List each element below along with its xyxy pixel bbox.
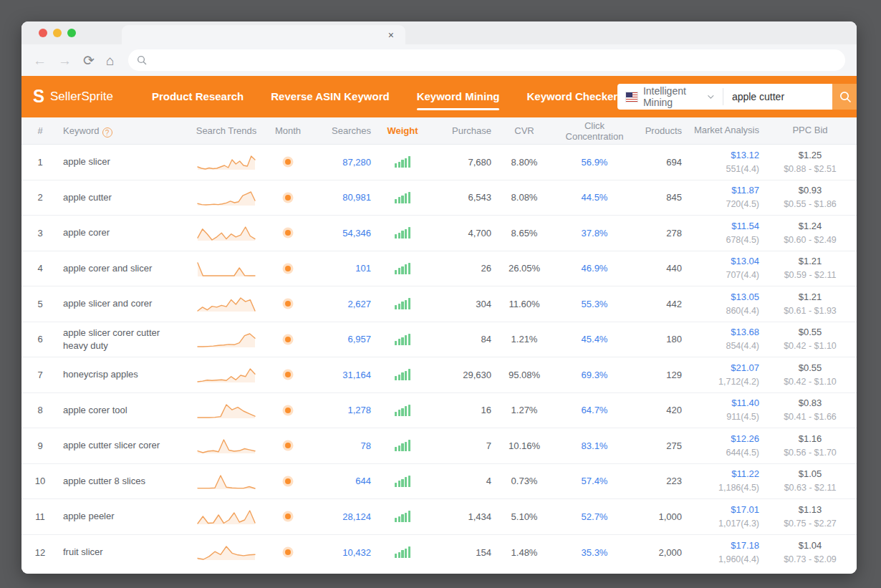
searches-value[interactable]: 10,432 <box>342 547 371 558</box>
table-row[interactable]: 2 apple cutter 80,981 6,543 8.08% 44.5% … <box>21 180 857 216</box>
table-row[interactable]: 1 apple slicer 87,280 7,680 8.80% 56.9% … <box>21 145 857 180</box>
col-market-analysis: Market Analysis <box>686 124 764 138</box>
forward-icon[interactable]: → <box>58 54 72 67</box>
click-concentration-value[interactable]: 44.5% <box>582 192 608 203</box>
keyword-link[interactable]: apple slicer corer cutter heavy duty <box>63 327 160 351</box>
search-trend-sparkline <box>196 401 256 420</box>
click-concentration-value[interactable]: 57.4% <box>582 476 608 486</box>
market-price-value[interactable]: $17.01 <box>690 503 759 517</box>
click-concentration-value[interactable]: 56.9% <box>582 157 608 168</box>
searches-value[interactable]: 644 <box>355 476 371 486</box>
market-price-value[interactable]: $11.87 <box>690 184 759 198</box>
nav-product-research[interactable]: Product Research <box>152 76 244 117</box>
market-reviews-value: 644(4.5) <box>690 446 759 459</box>
searches-value[interactable]: 1,278 <box>347 405 371 415</box>
keyword-link[interactable]: apple peeler <box>63 511 115 521</box>
close-window-button[interactable] <box>39 29 47 37</box>
month-indicator-icon <box>285 443 291 448</box>
searches-value[interactable]: 80,981 <box>342 192 371 203</box>
products-value: 129 <box>666 370 682 380</box>
search-trend-sparkline <box>196 330 256 349</box>
home-icon[interactable]: ⌂ <box>106 54 114 67</box>
table-row[interactable]: 7 honeycrisp apples 31,164 29,630 95.08%… <box>21 357 857 393</box>
mining-mode-dropdown[interactable]: Intelligent Mining <box>617 85 723 108</box>
table-row[interactable]: 4 apple corer and slicer 101 26 26.05% 4… <box>21 251 857 287</box>
nav-reverse-asin-keyword[interactable]: Reverse ASIN Keyword <box>271 76 389 117</box>
searches-value[interactable]: 54,346 <box>342 228 371 238</box>
month-indicator-icon <box>285 195 291 201</box>
table-row[interactable]: 9 apple cutter slicer corer 78 7 10.16% … <box>21 428 857 464</box>
click-concentration-value[interactable]: 69.3% <box>582 370 608 380</box>
ppc-bid-value: $0.83 <box>768 397 852 410</box>
market-price-value[interactable]: $13.05 <box>690 291 759 304</box>
market-price-value[interactable]: $21.07 <box>690 362 759 375</box>
ppc-bid-range: $0.41 - $1.66 <box>768 410 852 423</box>
searches-value[interactable]: 2,627 <box>347 299 371 309</box>
click-concentration-value[interactable]: 35.3% <box>582 547 608 558</box>
market-price-value[interactable]: $11.54 <box>690 220 759 233</box>
purchase-value: 29,630 <box>463 370 491 380</box>
search-submit-button[interactable] <box>832 84 857 110</box>
tab-close-icon[interactable]: × <box>388 30 394 40</box>
minimize-window-button[interactable] <box>53 29 62 37</box>
click-concentration-value[interactable]: 55.3% <box>582 299 608 309</box>
month-indicator-icon <box>285 159 291 165</box>
keyword-link[interactable]: apple cutter <box>63 192 112 203</box>
table-row[interactable]: 5 apple slicer and corer 2,627 304 11.60… <box>21 286 857 322</box>
click-concentration-value[interactable]: 45.4% <box>582 334 608 344</box>
market-price-value[interactable]: $13.12 <box>690 149 759 163</box>
searches-value[interactable]: 101 <box>355 263 371 274</box>
click-concentration-value[interactable]: 37.8% <box>582 228 608 238</box>
keyword-link[interactable]: apple slicer <box>63 156 110 167</box>
keyword-link[interactable]: apple slicer and corer <box>63 298 152 309</box>
table-row[interactable]: 11 apple peeler 28,124 1,434 5.10% 52.7%… <box>21 499 857 535</box>
table-row[interactable]: 10 apple cutter 8 slices 644 4 0.73% 57.… <box>21 464 857 500</box>
keyword-link[interactable]: apple corer and slicer <box>63 263 152 274</box>
ppc-bid-value: $1.16 <box>768 433 852 446</box>
keyword-link[interactable]: apple corer <box>63 227 110 238</box>
searches-value[interactable]: 6,957 <box>347 334 371 344</box>
table-row[interactable]: 6 apple slicer corer cutter heavy duty 6… <box>21 322 857 358</box>
address-input[interactable] <box>153 55 837 66</box>
col-purchase: Purchase <box>430 125 496 136</box>
table-row[interactable]: 8 apple corer tool 1,278 16 1.27% 64.7% … <box>21 393 857 429</box>
click-concentration-value[interactable]: 83.1% <box>582 440 608 451</box>
click-concentration-value[interactable]: 52.7% <box>582 511 608 522</box>
search-icon <box>839 91 852 103</box>
searches-value[interactable]: 31,164 <box>342 370 371 380</box>
market-price-value[interactable]: $17.18 <box>690 539 759 553</box>
table-row[interactable]: 12 fruit slicer 10,432 154 1.48% 35.3% 2… <box>21 535 857 571</box>
market-price-value[interactable]: $13.04 <box>690 255 759 269</box>
click-concentration-value[interactable]: 64.7% <box>582 405 608 415</box>
market-price-value[interactable]: $11.40 <box>690 397 759 410</box>
brand-logo[interactable]: S SellerSprite <box>33 88 127 105</box>
market-reviews-value: 1,960(4.4) <box>690 553 759 566</box>
table-row[interactable]: 3 apple corer 54,346 4,700 8.65% 37.8% 2… <box>21 216 857 251</box>
keyword-table: # Keyword? Search Trends Month Searches … <box>21 117 857 574</box>
back-icon[interactable]: ← <box>33 54 47 67</box>
keyword-help-icon[interactable]: ? <box>102 127 112 138</box>
keyword-link[interactable]: apple corer tool <box>63 405 127 415</box>
keyword-link[interactable]: apple cutter 8 slices <box>63 476 145 486</box>
keyword-link[interactable]: apple cutter slicer corer <box>63 440 160 450</box>
cvr-value: 26.05% <box>509 263 540 274</box>
searches-value[interactable]: 87,280 <box>342 157 371 168</box>
keyword-search-input[interactable] <box>723 91 832 102</box>
address-bar[interactable] <box>128 49 845 71</box>
searches-value[interactable]: 28,124 <box>342 511 371 522</box>
nav-keyword-mining[interactable]: Keyword Mining <box>417 76 500 117</box>
search-icon <box>137 55 147 65</box>
zoom-window-button[interactable] <box>67 29 76 37</box>
searches-value[interactable]: 78 <box>361 440 371 451</box>
click-concentration-value[interactable]: 46.9% <box>582 263 608 274</box>
keyword-link[interactable]: honeycrisp apples <box>63 369 138 380</box>
reload-icon[interactable]: ⟳ <box>83 54 95 67</box>
keyword-link[interactable]: fruit slicer <box>63 546 103 557</box>
market-price-value[interactable]: $11.22 <box>690 468 759 481</box>
market-price-value[interactable]: $13.68 <box>690 326 759 339</box>
market-reviews-value: 911(4.5) <box>690 410 759 423</box>
nav-keyword-checker[interactable]: Keyword Checker <box>526 76 617 117</box>
browser-tab[interactable]: × <box>122 25 405 44</box>
market-price-value[interactable]: $12.26 <box>690 433 759 446</box>
market-reviews-value: 551(4.4) <box>690 163 759 175</box>
